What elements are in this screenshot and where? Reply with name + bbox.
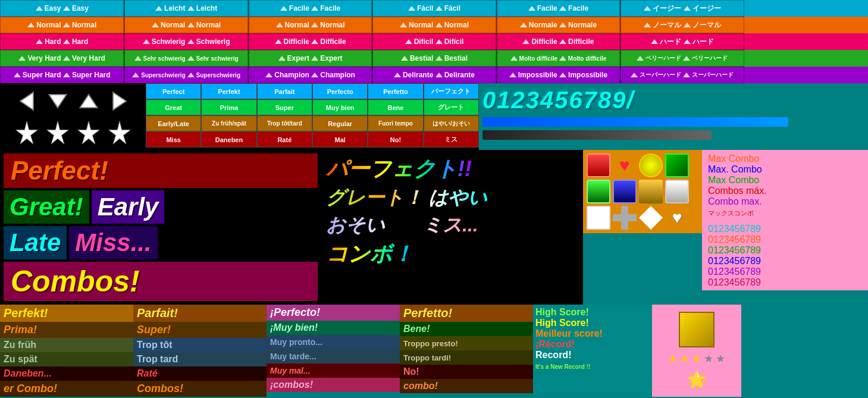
arrow-hard-fr — [275, 39, 282, 44]
arrow-sh-jp2 — [683, 73, 690, 77]
jp-line2: グレート！ はやい — [326, 185, 578, 211]
normal-it2: Normale — [568, 21, 597, 29]
arrow-normal-fr2 — [311, 23, 318, 27]
svg-marker-5 — [46, 121, 68, 145]
jt-early-jp: はやい/おそい — [424, 115, 479, 131]
normal-de2: Normal — [196, 21, 221, 29]
arrow-vh-en — [18, 56, 26, 61]
diff-de-easy2: Leicht — [196, 4, 217, 12]
normal-es2: Normal — [444, 21, 469, 29]
star-5: ★ — [716, 352, 725, 365]
fr-great-label: Super! — [137, 324, 171, 336]
arrow-hard-de — [143, 39, 150, 44]
hs-en2-label: High Score! — [535, 318, 589, 328]
jt-great-it-label: Bene — [388, 104, 404, 111]
sh-de: Superschwierig — [141, 72, 185, 79]
arrow-normal-en — [27, 23, 35, 27]
white-card-icon — [587, 206, 610, 230]
hard-row: Hard Hard Schwierig Schwierig Difficile … — [0, 33, 868, 50]
arrow-hard-it2 — [559, 39, 566, 44]
star-row: ★ ★ ★ ★ ★ — [668, 352, 725, 365]
svg-marker-3 — [113, 92, 126, 109]
arrow-right-icon — [105, 86, 134, 116]
svg-marker-7 — [108, 121, 130, 145]
mc-en-label: Max Combo — [708, 153, 759, 164]
jt-perfect-fr-label: Parfait — [274, 88, 294, 95]
late-label: Late — [10, 228, 61, 256]
nr-2: 0123456789 — [708, 245, 862, 256]
number-display: 0123456789/ — [482, 87, 864, 114]
snowflake-svg — [14, 119, 40, 145]
nr-4: 0123456789 — [708, 267, 862, 277]
fr-late-label: Trop tard — [137, 354, 178, 364]
jt-miss-de-label: Daneben — [215, 136, 243, 143]
jt-perfect-es-label: Perfecto — [327, 88, 353, 95]
arrow-vh-jp2 — [683, 56, 690, 61]
es-early: Muy pronto... — [267, 335, 400, 349]
nr-4-text: 0123456789 — [708, 267, 761, 277]
diff-cell-fr-easy: Facile Facile — [248, 0, 372, 17]
arrow-icon — [36, 6, 43, 11]
jt-early-en: Early/Late — [146, 115, 201, 131]
vh-de: Sehr schwierig — [143, 55, 186, 62]
diff-jp-sh: スーパーハード スーパーハード — [620, 67, 744, 83]
star-icon-3 — [74, 117, 104, 147]
svg-marker-0 — [20, 92, 33, 109]
arrow-left-icon — [12, 86, 42, 116]
jt-miss-de: Daneben — [201, 131, 256, 148]
combos-label: Combos! — [11, 265, 140, 298]
arrow-normal-en2 — [63, 23, 70, 27]
svg-marker-6 — [77, 121, 99, 145]
it-early-label: Troppo presto! — [403, 339, 458, 348]
svg-marker-4 — [15, 121, 37, 145]
fr-perfect-label: Parfait! — [137, 306, 178, 319]
mc-it-label: Combo max. — [708, 196, 762, 206]
great-label: Great! — [10, 193, 83, 221]
hard-it2: Difficile — [568, 37, 594, 46]
nr-1-text: 0123456789 — [708, 234, 761, 245]
diff-it-hard: Difficile Difficile — [496, 33, 620, 50]
spanish-column: ¡Perfecto! ¡Muy bien! Muy pronto... Muy … — [267, 305, 400, 397]
vh-fr: Expert — [287, 54, 309, 62]
es-combo-label: ¡combos! — [270, 380, 313, 390]
mc-de-label: Max. Combo — [708, 164, 762, 174]
mc-es-label: Combos máx. — [708, 186, 767, 196]
arrow-left-svg — [14, 88, 40, 114]
diff-cell-de-easy: Leicht Leicht — [124, 0, 247, 17]
hard-de: Schwierig — [152, 37, 186, 46]
jt-great-es-label: Muy bien — [326, 104, 355, 111]
diff-fr-hard: Difficile Difficile — [248, 33, 372, 50]
yellow-item-icon — [639, 153, 663, 177]
hard-jp2: ハード — [692, 37, 714, 47]
jt-miss-es: Mal — [312, 131, 368, 148]
arrow-down-svg — [45, 88, 71, 114]
arrow-icon-fr2 — [311, 6, 318, 11]
jt-early-jp-label: はやい/おそい — [433, 120, 470, 128]
it-perfect-label: Perfetto! — [403, 306, 452, 319]
cross-svg — [76, 119, 102, 145]
late-display: Late — [4, 226, 67, 259]
mc-jp-label: マックスコンボ — [708, 209, 754, 217]
arrow-hard-jp — [651, 39, 658, 44]
combos-display: Combos! — [4, 262, 318, 301]
jp-line4-text: コンボ！ — [326, 242, 413, 266]
de-great-label: Prima! — [4, 324, 37, 336]
arrow-vh-it2 — [559, 56, 566, 61]
arrow-right-svg — [106, 88, 133, 114]
diff-es-normal: Normal Normal — [372, 17, 496, 33]
arrow-sh-es2 — [435, 73, 443, 77]
high-score-section: High Score! High Score! Meilleur score! … — [533, 305, 652, 397]
diff-de-normal: Normal Normal — [124, 17, 247, 33]
french-column: Parfait! Super! Trop tôt Trop tard Raté … — [133, 305, 267, 397]
angel-icon: 🌟 — [687, 370, 707, 390]
de-perfect-label: Perfekt! — [4, 306, 48, 319]
arrow-vh-es — [401, 56, 408, 61]
arrow-normal-fr — [276, 23, 283, 27]
diff-en-vh: Very Hard Very Hard — [0, 50, 124, 67]
arrow-vh-en2 — [63, 56, 70, 61]
early-display: Early — [92, 190, 165, 224]
hs-es: ¡Récord! — [535, 339, 650, 350]
arrow-icon-de2 — [187, 6, 195, 11]
arrow-up-icon — [74, 86, 104, 116]
jt-perfect-fr: Parfait — [257, 83, 312, 99]
